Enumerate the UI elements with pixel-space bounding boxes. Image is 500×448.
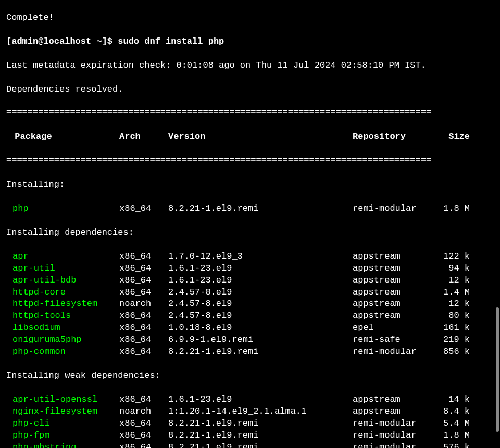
package-size: 1.8 M xyxy=(439,203,470,215)
scrollbar-thumb[interactable] xyxy=(496,307,499,432)
package-version: 8.2.21-1.el9.remi xyxy=(168,442,353,448)
package-row: php-commonx86_648.2.21-1.el9.remiremi-mo… xyxy=(6,346,494,358)
package-row: php-mbstringx86_648.2.21-1.el9.remiremi-… xyxy=(6,442,494,448)
table-header: Package Arch Version Repository Size xyxy=(6,131,494,143)
package-repo: epel xyxy=(353,322,439,334)
package-arch: x86_64 xyxy=(119,430,168,442)
package-row: apr-utilx86_641.6.1-23.el9appstream 94 k xyxy=(6,263,494,275)
header-package: Package xyxy=(6,131,119,143)
package-arch: x86_64 xyxy=(119,442,168,448)
package-arch: x86_64 xyxy=(119,418,168,430)
package-size: 8.4 k xyxy=(439,406,470,418)
package-size: 12 k xyxy=(439,298,470,310)
package-version: 1.7.0-12.el9_3 xyxy=(168,251,353,263)
package-size: 122 k xyxy=(439,251,470,263)
package-repo: remi-modular xyxy=(353,203,439,215)
section-weak: Installing weak dependencies: xyxy=(6,370,494,382)
package-arch: x86_64 xyxy=(119,310,168,322)
divider-top: ========================================… xyxy=(6,107,494,119)
package-size: 12 k xyxy=(439,275,470,287)
package-repo: appstream xyxy=(353,287,439,299)
package-arch: x86_64 xyxy=(119,251,168,263)
package-arch: noarch xyxy=(119,406,168,418)
package-size: 576 k xyxy=(439,442,470,448)
section-deps: Installing dependencies: xyxy=(6,227,494,239)
package-size: 219 k xyxy=(439,334,470,346)
package-row: php-fpmx86_648.2.21-1.el9.remiremi-modul… xyxy=(6,430,494,442)
package-name: httpd-filesystem xyxy=(6,298,119,310)
package-size: 5.4 M xyxy=(439,418,470,430)
package-repo: appstream xyxy=(353,263,439,275)
package-name: php-cli xyxy=(6,418,119,430)
package-row: libsodiumx86_641.0.18-8.el9epel161 k xyxy=(6,322,494,334)
package-size: 1.8 M xyxy=(439,430,470,442)
prev-output: Complete! xyxy=(6,12,494,24)
package-size: 80 k xyxy=(439,310,470,322)
package-repo: remi-modular xyxy=(353,442,439,448)
package-repo: remi-modular xyxy=(353,430,439,442)
terminal-output: Complete! [admin@localhost ~]$ sudo dnf … xyxy=(6,0,494,448)
package-version: 1.0.18-8.el9 xyxy=(168,322,353,334)
package-arch: noarch xyxy=(119,298,168,310)
package-row: aprx86_641.7.0-12.el9_3appstream122 k xyxy=(6,251,494,263)
package-repo: remi-modular xyxy=(353,346,439,358)
package-arch: x86_64 xyxy=(119,334,168,346)
package-name: nginx-filesystem xyxy=(6,406,119,418)
package-name: apr-util xyxy=(6,263,119,275)
package-version: 2.4.57-8.el9 xyxy=(168,287,353,299)
header-size: Size xyxy=(439,131,470,143)
package-version: 2.4.57-8.el9 xyxy=(168,310,353,322)
section-installing: Installing: xyxy=(6,179,494,191)
package-version: 1:1.20.1-14.el9_2.1.alma.1 xyxy=(168,406,353,418)
package-name: oniguruma5php xyxy=(6,334,119,346)
divider-mid: ========================================… xyxy=(6,155,494,167)
package-arch: x86_64 xyxy=(119,322,168,334)
package-name: php-mbstring xyxy=(6,442,119,448)
package-size: 1.4 M xyxy=(439,287,470,299)
package-arch: x86_64 xyxy=(119,287,168,299)
package-version: 8.2.21-1.el9.remi xyxy=(168,430,353,442)
package-arch: x86_64 xyxy=(119,346,168,358)
package-repo: appstream xyxy=(353,275,439,287)
package-version: 6.9.9-1.el9.remi xyxy=(168,334,353,346)
package-arch: x86_64 xyxy=(119,275,168,287)
package-name: libsodium xyxy=(6,322,119,334)
package-version: 1.6.1-23.el9 xyxy=(168,275,353,287)
package-row: apr-util-opensslx86_641.6.1-23.el9appstr… xyxy=(6,394,494,406)
package-version: 8.2.21-1.el9.remi xyxy=(168,203,353,215)
package-repo: appstream xyxy=(353,298,439,310)
package-row: httpd-corex86_642.4.57-8.el9appstream1.4… xyxy=(6,287,494,299)
header-arch: Arch xyxy=(119,131,168,143)
shell-prompt: [admin@localhost ~]$ xyxy=(6,36,118,46)
package-size: 161 k xyxy=(439,322,470,334)
package-arch: x86_64 xyxy=(119,394,168,406)
metadata-line: Last metadata expiration check: 0:01:08 … xyxy=(6,60,494,72)
package-name: php-fpm xyxy=(6,430,119,442)
package-version: 2.4.57-8.el9 xyxy=(168,298,353,310)
package-name: httpd-tools xyxy=(6,310,119,322)
package-row: apr-util-bdbx86_641.6.1-23.el9appstream … xyxy=(6,275,494,287)
header-repository: Repository xyxy=(353,131,439,143)
header-version: Version xyxy=(168,131,353,143)
package-row: httpd-toolsx86_642.4.57-8.el9appstream 8… xyxy=(6,310,494,322)
package-repo: appstream xyxy=(353,394,439,406)
package-name: php xyxy=(6,203,119,215)
package-name: apr-util-bdb xyxy=(6,275,119,287)
package-size: 14 k xyxy=(439,394,470,406)
package-arch: x86_64 xyxy=(119,203,168,215)
package-name: php-common xyxy=(6,346,119,358)
package-name: apr-util-openssl xyxy=(6,394,119,406)
package-repo: remi-modular xyxy=(353,418,439,430)
package-name: httpd-core xyxy=(6,287,119,299)
package-row: phpx86_648.2.21-1.el9.remiremi-modular1.… xyxy=(6,203,494,215)
package-size: 94 k xyxy=(439,263,470,275)
package-repo: appstream xyxy=(353,251,439,263)
package-row: oniguruma5phpx86_646.9.9-1.el9.remiremi-… xyxy=(6,334,494,346)
package-version: 1.6.1-23.el9 xyxy=(168,263,353,275)
package-repo: remi-safe xyxy=(353,334,439,346)
package-version: 8.2.21-1.el9.remi xyxy=(168,346,353,358)
package-row: php-clix86_648.2.21-1.el9.remiremi-modul… xyxy=(6,418,494,430)
package-version: 1.6.1-23.el9 xyxy=(168,394,353,406)
package-arch: x86_64 xyxy=(119,263,168,275)
command-text: sudo dnf install php xyxy=(118,36,224,46)
